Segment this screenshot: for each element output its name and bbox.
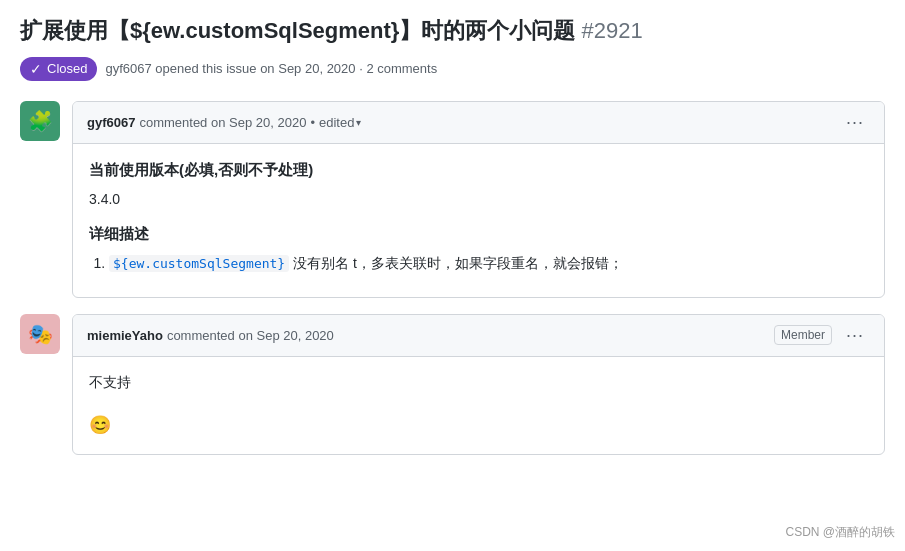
body-heading2: 详细描述 xyxy=(89,222,868,246)
more-options-button-2[interactable]: ··· xyxy=(840,323,870,348)
chevron-down-icon: ▾ xyxy=(356,117,361,128)
comment-header-right-1: ··· xyxy=(840,110,870,135)
comment-header-1: gyf6067 commented on Sep 20, 2020 • edit… xyxy=(73,102,884,144)
username-2[interactable]: miemieYaho xyxy=(87,328,163,343)
body-heading1: 当前使用版本(必填,否则不予处理) xyxy=(89,158,868,182)
comment-container-2: miemieYaho commented on Sep 20, 2020 Mem… xyxy=(72,314,885,455)
issue-meta-text: gyf6067 opened this issue on Sep 20, 202… xyxy=(105,61,437,76)
status-label: Closed xyxy=(47,61,87,76)
comment-1: 🧩 gyf6067 commented on Sep 20, 2020 • ed… xyxy=(20,101,885,298)
comment-header-2: miemieYaho commented on Sep 20, 2020 Mem… xyxy=(73,315,884,357)
status-badge: ✓ Closed xyxy=(20,57,97,81)
emoji-reaction[interactable]: 😊 xyxy=(89,411,111,440)
comment-header-left-2: miemieYaho commented on Sep 20, 2020 xyxy=(87,328,334,343)
issue-title: 扩展使用【${ew.customSqlSegment}】时的两个小问题 #292… xyxy=(20,16,885,47)
more-options-button-1[interactable]: ··· xyxy=(840,110,870,135)
avatar-miemieYaho: 🎭 xyxy=(20,314,60,354)
body-version: 3.4.0 xyxy=(89,188,868,210)
comment-container-1: gyf6067 commented on Sep 20, 2020 • edit… xyxy=(72,101,885,298)
comment-body-1: 当前使用版本(必填,否则不予处理) 3.4.0 详细描述 ${ew.custom… xyxy=(73,144,884,297)
body-text-2: 不支持 xyxy=(89,371,868,393)
timestamp-2: commented on Sep 20, 2020 xyxy=(167,328,334,343)
check-icon: ✓ xyxy=(30,61,42,77)
timestamp-1: commented on Sep 20, 2020 xyxy=(139,115,306,130)
avatar-gyf6067: 🧩 xyxy=(20,101,60,141)
code-inline: ${ew.customSqlSegment} xyxy=(109,255,289,272)
member-badge: Member xyxy=(774,325,832,345)
comment-header-left-1: gyf6067 commented on Sep 20, 2020 • edit… xyxy=(87,115,361,130)
issue-title-text: 扩展使用【${ew.customSqlSegment}】时的两个小问题 xyxy=(20,18,575,43)
comment-body-2: 不支持 😊 xyxy=(73,357,884,454)
comment-header-right-2: Member ··· xyxy=(774,323,870,348)
issue-number: #2921 xyxy=(582,18,643,43)
issue-meta: ✓ Closed gyf6067 opened this issue on Se… xyxy=(20,57,885,81)
edited-dropdown[interactable]: edited ▾ xyxy=(319,115,361,130)
comment-2: 🎭 miemieYaho commented on Sep 20, 2020 M… xyxy=(20,314,885,455)
list-item: ${ew.customSqlSegment} 没有别名 t，多表关联时，如果字段… xyxy=(109,252,868,275)
body-list: ${ew.customSqlSegment} 没有别名 t，多表关联时，如果字段… xyxy=(89,252,868,275)
edited-label: edited xyxy=(319,115,354,130)
username-1[interactable]: gyf6067 xyxy=(87,115,135,130)
